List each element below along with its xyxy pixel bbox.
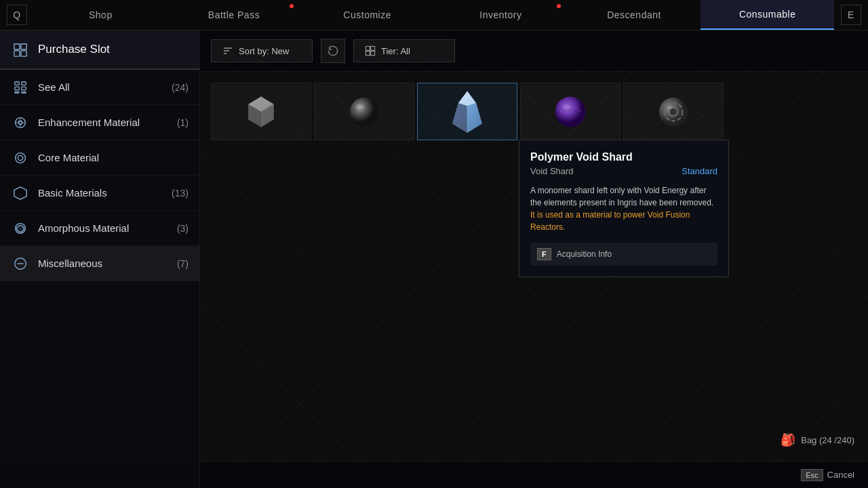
amorphous-icon <box>11 219 30 238</box>
purchase-slot-icon <box>11 40 30 59</box>
quest-icon: Q <box>7 5 27 25</box>
sidebar-item-amorphous[interactable]: Amorphous Material (3) <box>0 211 199 246</box>
item-shape-gear-sphere <box>653 92 694 132</box>
nav-extra[interactable]: E <box>834 0 868 30</box>
nav-customize-label: Customize <box>343 9 391 20</box>
nav-quest[interactable]: Q <box>0 0 34 30</box>
enhancement-icon <box>11 113 30 132</box>
item-shape-sphere <box>344 92 384 132</box>
svg-rect-5 <box>22 81 26 85</box>
nav-shop-label: Shop <box>89 9 113 20</box>
see-all-count: (24) <box>172 82 189 93</box>
tooltip-desc-text: A monomer shard left only with Void Ener… <box>530 186 713 207</box>
svg-rect-24 <box>371 52 375 56</box>
amorphous-count: (3) <box>177 223 189 234</box>
content-area: Sort by: New Tier: All <box>200 30 868 488</box>
enhancement-count: (1) <box>177 117 189 128</box>
nav-customize[interactable]: Customize <box>300 0 434 30</box>
tooltip: Polymer Void Shard Void Shard Standard A… <box>519 140 729 277</box>
svg-marker-30 <box>452 102 467 132</box>
svg-rect-2 <box>14 51 20 56</box>
sidebar-purchase-slot[interactable]: Purchase Slot <box>0 30 199 70</box>
misc-count: (7) <box>177 258 189 269</box>
amorphous-label: Amorphous Material <box>38 222 177 234</box>
sort-button[interactable]: Sort by: New <box>211 39 313 62</box>
sidebar-item-enhancement[interactable]: Enhancement Material (1) <box>0 105 199 140</box>
bag-icon: 🎒 <box>781 432 795 447</box>
svg-rect-21 <box>366 46 370 50</box>
sidebar-item-basic[interactable]: Basic Materials (13) <box>0 176 199 211</box>
tier-label: Tier: All <box>381 46 410 56</box>
nav-inventory-label: Inventory <box>479 9 521 20</box>
nav-shop[interactable]: Shop <box>34 0 167 30</box>
item-shape-orb-purple <box>550 92 591 132</box>
nav-battlepass[interactable]: Battle Pass <box>167 0 301 30</box>
svg-rect-8 <box>15 92 19 93</box>
tooltip-type: Void Shard <box>530 166 574 176</box>
sidebar-item-misc[interactable]: Miscellaneous (7) <box>0 246 199 281</box>
svg-point-13 <box>18 155 22 160</box>
svg-point-26 <box>356 104 364 109</box>
svg-rect-9 <box>22 92 26 93</box>
sidebar: Purchase Slot See All (24) <box>0 30 200 488</box>
svg-rect-7 <box>22 87 26 90</box>
tooltip-description: A monomer shard left only with Void Ener… <box>530 184 717 233</box>
svg-rect-6 <box>15 87 19 90</box>
grid-item-2[interactable] <box>314 83 414 140</box>
svg-point-37 <box>667 106 672 109</box>
inventory-dot <box>557 4 561 8</box>
nav-descendant-label: Descendant <box>607 9 661 20</box>
see-all-icon <box>11 78 30 97</box>
tier-button[interactable]: Tier: All <box>353 39 455 62</box>
svg-rect-22 <box>371 46 375 50</box>
tooltip-acq-key: F <box>537 248 551 260</box>
purchase-slot-label: Purchase Slot <box>38 43 189 56</box>
extra-icon: E <box>841 5 861 25</box>
battlepass-dot <box>290 4 294 8</box>
grid-item-1[interactable] <box>211 83 311 140</box>
tier-icon <box>365 45 376 56</box>
sort-icon <box>222 45 233 56</box>
svg-marker-14 <box>14 186 26 199</box>
refresh-icon <box>328 45 338 56</box>
core-icon <box>11 148 30 167</box>
svg-rect-3 <box>21 51 26 56</box>
tooltip-rarity: Standard <box>682 166 717 176</box>
basic-label: Basic Materials <box>38 187 172 199</box>
svg-point-25 <box>350 98 378 126</box>
grid-container: Polymer Void Shard Void Shard Standard A… <box>200 72 868 488</box>
sidebar-item-see-all[interactable]: See All (24) <box>0 70 199 105</box>
sort-label: Sort by: New <box>239 46 289 56</box>
basic-icon <box>11 184 30 203</box>
item-shape-cube <box>241 92 281 132</box>
enhancement-label: Enhancement Material <box>38 117 177 128</box>
tooltip-acq-label: Acquisition Info <box>557 249 612 259</box>
nav-consumable-label: Consumable <box>739 9 796 20</box>
item-shape-crystal <box>443 88 491 136</box>
grid-item-3[interactable] <box>417 83 517 140</box>
svg-rect-0 <box>14 44 20 49</box>
tooltip-title: Polymer Void Shard <box>530 151 717 163</box>
core-label: Core Material <box>38 152 189 163</box>
top-nav: Q Shop Battle Pass Customize Inventory D… <box>0 0 868 30</box>
nav-consumable[interactable]: Consumable <box>701 0 834 30</box>
bag-indicator: 🎒 Bag (24 /240) <box>781 432 854 447</box>
misc-label: Miscellaneous <box>38 258 177 269</box>
nav-descendant[interactable]: Descendant <box>568 0 701 30</box>
svg-marker-29 <box>467 102 482 132</box>
grid-item-4[interactable] <box>520 83 620 140</box>
bag-label: Bag (24 /240) <box>801 435 854 445</box>
tooltip-desc-highlight: It is used as a material to power Void F… <box>530 210 690 232</box>
tooltip-subtitle-row: Void Shard Standard <box>530 166 717 176</box>
sidebar-item-core[interactable]: Core Material <box>0 140 199 176</box>
svg-rect-23 <box>366 52 370 56</box>
nav-inventory[interactable]: Inventory <box>434 0 568 30</box>
nav-battlepass-label: Battle Pass <box>208 9 260 20</box>
svg-rect-1 <box>21 44 26 49</box>
svg-rect-4 <box>15 81 19 85</box>
svg-point-12 <box>16 152 26 163</box>
refresh-button[interactable] <box>321 39 345 63</box>
tooltip-acquisition-btn[interactable]: F Acquisition Info <box>530 243 717 266</box>
grid-item-5[interactable] <box>623 83 724 140</box>
basic-count: (13) <box>172 188 189 199</box>
